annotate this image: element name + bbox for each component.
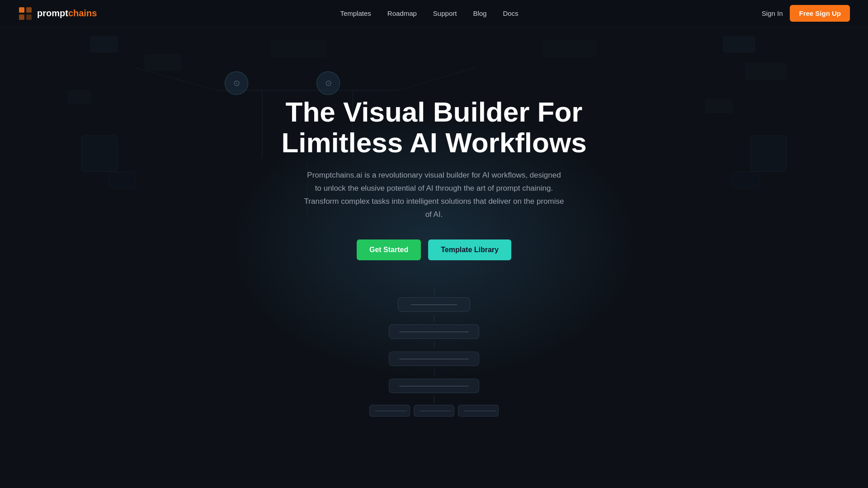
template-library-button[interactable]: Template Library [428, 239, 511, 260]
flow-connector [434, 396, 434, 403]
nav-blog[interactable]: Blog [473, 9, 486, 17]
bg-decoration [723, 36, 755, 52]
side-node-right [750, 136, 787, 172]
logo[interactable]: promptchains [18, 6, 97, 21]
hero-subtitle: Promptchains.ai is a revolutionary visua… [303, 169, 565, 221]
network-node-1: ⊙ [225, 71, 248, 95]
hero-section: ⊙ ⊙ The Visual Builder For Limitless AI … [0, 0, 868, 488]
nav-docs[interactable]: Docs [503, 9, 518, 17]
bg-decoration [90, 36, 118, 52]
svg-rect-3 [26, 14, 32, 20]
bg-decoration [271, 41, 326, 57]
navbar: promptchains Templates Roadmap Support B… [0, 0, 868, 27]
bg-decoration [145, 54, 181, 70]
free-signup-button[interactable]: Free Sign Up [790, 5, 850, 22]
flow-branch-node-3: ───────── [458, 405, 499, 417]
sign-in-button[interactable]: Sign In [762, 9, 783, 17]
flow-node-3: ────────────────── [389, 352, 479, 366]
flow-branch: ───────── ───────── ───────── [362, 405, 506, 417]
get-started-button[interactable]: Get Started [357, 239, 421, 260]
bg-decoration [746, 63, 787, 80]
logo-icon [18, 6, 33, 21]
flow-connector [434, 369, 434, 376]
side-node-right-2 [732, 172, 760, 188]
flow-node-1: ──────────── [398, 297, 470, 312]
nav-support[interactable]: Support [433, 9, 457, 17]
flow-branch-node-2: ───────── [414, 405, 454, 417]
flow-connector [434, 287, 434, 295]
flow-connector [434, 342, 434, 349]
nav-templates[interactable]: Templates [340, 9, 371, 17]
side-node-left-2 [108, 172, 136, 188]
hero-title: The Visual Builder For Limitless AI Work… [281, 97, 586, 158]
flow-node-4: ────────────────── [389, 379, 479, 393]
side-node-left [81, 136, 118, 172]
logo-text: promptchains [37, 8, 97, 19]
nav-actions: Sign In Free Sign Up [762, 5, 850, 22]
hero-buttons: Get Started Template Library [281, 239, 586, 260]
svg-line-8 [136, 68, 217, 90]
flow-diagram-preview: ──────────── ────────────────── ────────… [362, 287, 506, 417]
bg-decoration [68, 90, 90, 104]
hero-content: The Visual Builder For Limitless AI Work… [281, 70, 586, 418]
svg-rect-1 [26, 7, 32, 13]
flow-branch-node-1: ───────── [369, 405, 410, 417]
bg-decoration [705, 99, 732, 113]
flow-connector [434, 314, 434, 322]
svg-rect-2 [19, 14, 24, 20]
nav-roadmap[interactable]: Roadmap [387, 9, 417, 17]
bg-decoration [542, 41, 597, 57]
nav-links: Templates Roadmap Support Blog Docs [340, 9, 518, 17]
flow-node-2: ────────────────── [389, 324, 479, 339]
svg-rect-0 [19, 7, 24, 13]
